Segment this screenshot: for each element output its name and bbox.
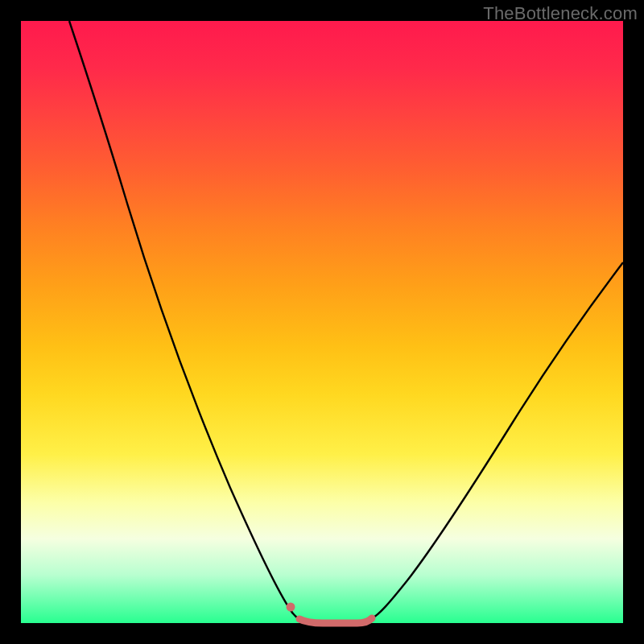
chart-svg xyxy=(21,21,623,623)
salmon-dot-left xyxy=(287,603,295,612)
left-arm-curve xyxy=(69,21,299,619)
watermark-text: TheBottleneck.com xyxy=(483,3,638,24)
bottom-salmon-curve xyxy=(299,618,372,623)
right-arm-curve xyxy=(372,262,623,618)
chart-container: TheBottleneck.com xyxy=(0,0,644,644)
curve-layer xyxy=(69,21,623,623)
